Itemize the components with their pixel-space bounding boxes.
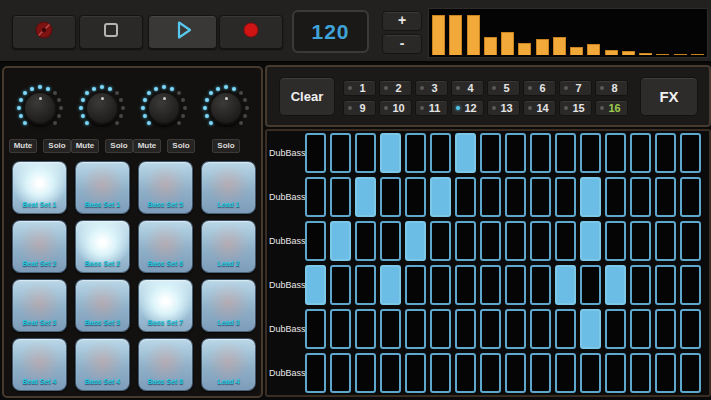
clear-button[interactable]: Clear — [279, 77, 335, 116]
step-cell[interactable] — [480, 309, 501, 349]
pattern-slot-button[interactable]: 4 — [451, 80, 484, 96]
pattern-slot-button[interactable]: 13 — [487, 100, 520, 116]
sample-pad[interactable]: Bass Set 7 — [138, 279, 193, 332]
stop-button[interactable] — [79, 15, 143, 49]
step-cell[interactable] — [555, 309, 576, 349]
sample-pad[interactable]: Bass Set 1 — [75, 161, 130, 214]
sample-pad[interactable]: Bass Set 8 — [138, 338, 193, 391]
pattern-slot-button[interactable]: 11 — [415, 100, 448, 116]
pattern-slot-button[interactable]: 1 — [343, 80, 376, 96]
step-cell[interactable] — [305, 133, 326, 173]
step-cell[interactable] — [605, 177, 626, 217]
step-cell[interactable] — [580, 353, 601, 393]
step-cell[interactable] — [605, 221, 626, 261]
sample-pad[interactable]: Bass Set 5 — [138, 161, 193, 214]
sample-pad[interactable]: Bass Set 6 — [138, 220, 193, 273]
step-cell[interactable] — [330, 133, 351, 173]
pattern-slot-button[interactable]: 7 — [559, 80, 592, 96]
step-cell[interactable] — [380, 221, 401, 261]
step-cell[interactable] — [455, 309, 476, 349]
step-cell[interactable] — [305, 265, 326, 305]
step-cell[interactable] — [630, 221, 651, 261]
step-cell[interactable] — [405, 265, 426, 305]
step-cell[interactable] — [555, 221, 576, 261]
sample-pad[interactable]: Lead 1 — [201, 161, 256, 214]
sample-pad[interactable]: Beat Set 4 — [12, 338, 67, 391]
step-cell[interactable] — [505, 309, 526, 349]
sample-pad[interactable]: Lead 2 — [201, 220, 256, 273]
step-cell[interactable] — [505, 133, 526, 173]
step-cell[interactable] — [480, 177, 501, 217]
pattern-slot-button[interactable]: 16 — [595, 100, 628, 116]
pattern-slot-button[interactable]: 12 — [451, 100, 484, 116]
step-cell[interactable] — [580, 133, 601, 173]
solo-button[interactable]: Solo — [167, 139, 195, 153]
step-cell[interactable] — [455, 177, 476, 217]
step-cell[interactable] — [555, 265, 576, 305]
step-cell[interactable] — [630, 353, 651, 393]
record-button[interactable] — [219, 15, 283, 49]
pattern-slot-button[interactable]: 3 — [415, 80, 448, 96]
mute-button[interactable]: Mute — [133, 139, 161, 153]
step-cell[interactable] — [455, 133, 476, 173]
step-cell[interactable] — [605, 133, 626, 173]
step-cell[interactable] — [330, 177, 351, 217]
sample-pad[interactable]: Bass Set 2 — [75, 220, 130, 273]
step-cell[interactable] — [430, 221, 451, 261]
step-cell[interactable] — [580, 221, 601, 261]
sample-pad[interactable]: Beat Set 3 — [12, 279, 67, 332]
pattern-slot-button[interactable]: 10 — [379, 100, 412, 116]
channel-knob[interactable] — [16, 84, 64, 132]
step-cell[interactable] — [430, 265, 451, 305]
step-cell[interactable] — [555, 133, 576, 173]
solo-button[interactable]: Solo — [105, 139, 133, 153]
step-cell[interactable] — [655, 177, 676, 217]
step-cell[interactable] — [655, 133, 676, 173]
mute-button[interactable]: Mute — [9, 139, 37, 153]
step-cell[interactable] — [630, 177, 651, 217]
fx-button[interactable]: FX — [640, 77, 698, 116]
step-cell[interactable] — [680, 309, 701, 349]
pattern-slot-button[interactable]: 5 — [487, 80, 520, 96]
step-cell[interactable] — [655, 221, 676, 261]
step-cell[interactable] — [580, 177, 601, 217]
pattern-slot-button[interactable]: 8 — [595, 80, 628, 96]
pattern-slot-button[interactable]: 2 — [379, 80, 412, 96]
pattern-slot-button[interactable]: 14 — [523, 100, 556, 116]
step-cell[interactable] — [355, 353, 376, 393]
pattern-slot-button[interactable]: 6 — [523, 80, 556, 96]
step-cell[interactable] — [380, 133, 401, 173]
step-cell[interactable] — [580, 265, 601, 305]
step-cell[interactable] — [380, 309, 401, 349]
step-cell[interactable] — [405, 353, 426, 393]
step-cell[interactable] — [305, 177, 326, 217]
play-button[interactable] — [148, 15, 217, 49]
step-cell[interactable] — [680, 265, 701, 305]
step-cell[interactable] — [355, 309, 376, 349]
step-cell[interactable] — [405, 177, 426, 217]
step-cell[interactable] — [330, 353, 351, 393]
step-cell[interactable] — [680, 221, 701, 261]
step-cell[interactable] — [530, 309, 551, 349]
solo-button[interactable]: Solo — [43, 139, 71, 153]
step-cell[interactable] — [455, 221, 476, 261]
step-cell[interactable] — [555, 177, 576, 217]
step-cell[interactable] — [380, 353, 401, 393]
step-cell[interactable] — [305, 221, 326, 261]
loop-disc-button[interactable] — [12, 15, 76, 49]
channel-knob[interactable] — [78, 84, 126, 132]
bpm-decrease-button[interactable]: - — [382, 34, 422, 54]
sample-pad[interactable]: Bass Set 4 — [75, 338, 130, 391]
step-cell[interactable] — [405, 309, 426, 349]
step-cell[interactable] — [655, 353, 676, 393]
step-cell[interactable] — [555, 353, 576, 393]
step-cell[interactable] — [330, 221, 351, 261]
step-cell[interactable] — [530, 177, 551, 217]
step-cell[interactable] — [530, 265, 551, 305]
sample-pad[interactable]: Beat Set 1 — [12, 161, 67, 214]
sample-pad[interactable]: Lead 4 — [201, 338, 256, 391]
mute-button[interactable]: Mute — [71, 139, 99, 153]
step-cell[interactable] — [380, 265, 401, 305]
step-cell[interactable] — [530, 133, 551, 173]
step-cell[interactable] — [630, 309, 651, 349]
